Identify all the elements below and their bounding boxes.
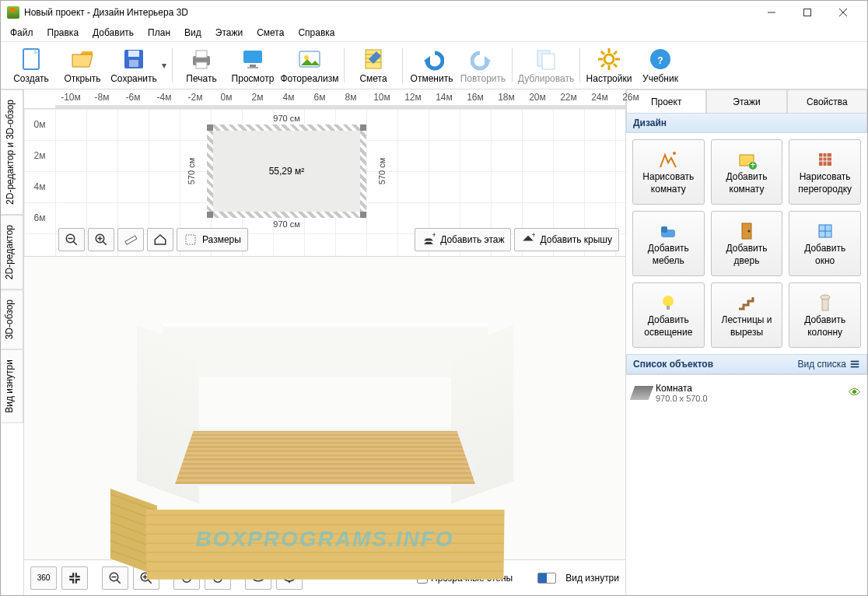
tb-preview[interactable]: Просмотр bbox=[227, 44, 278, 87]
ruler-tick: -10м bbox=[55, 92, 86, 103]
zoom-in-button[interactable] bbox=[88, 228, 114, 251]
sizes-button[interactable]: Размеры bbox=[177, 228, 248, 251]
svg-marker-59 bbox=[288, 580, 292, 584]
svg-line-31 bbox=[614, 64, 617, 67]
right-panel: Проект Этажи Свойства Дизайн Нарисоватьк… bbox=[626, 89, 867, 595]
rtab-props[interactable]: Свойства bbox=[787, 89, 867, 113]
measure-button[interactable] bbox=[117, 228, 144, 251]
design-section-header: Дизайн bbox=[626, 113, 867, 133]
visibility-icon[interactable]: 👁 bbox=[849, 386, 861, 400]
handle-tr[interactable] bbox=[360, 124, 366, 131]
svg-text:+: + bbox=[432, 233, 436, 239]
design-label1: Нарисовать bbox=[800, 172, 851, 183]
ruler-tick: 2м bbox=[242, 92, 273, 103]
tb-save[interactable]: Сохранить bbox=[108, 44, 159, 87]
view360-button[interactable]: 360 bbox=[30, 566, 57, 590]
add-roof-label: Добавить крышу bbox=[540, 234, 612, 245]
design-grid: Нарисоватькомнату+ДобавитькомнатуНарисов… bbox=[626, 133, 867, 354]
ruler-vtick: 4м bbox=[24, 171, 55, 202]
room-outline[interactable]: 55,29 м² 970 см 970 см 570 см 570 см bbox=[207, 124, 366, 218]
design-label1: Добавить bbox=[648, 244, 689, 254]
zoom-out-3d-button[interactable] bbox=[102, 566, 128, 590]
menu-floors[interactable]: Этажи bbox=[209, 26, 249, 40]
design-btn-8[interactable]: Добавитьколонну bbox=[789, 282, 861, 348]
ruler-area: -10м-8м-6м-4м-2м0м2м4м6м8м10м12м14м16м18… bbox=[24, 89, 625, 109]
tb-print[interactable]: Печать bbox=[176, 44, 227, 87]
vertical-tabs: 2D-редактор и 3D-обзор 2D-редактор 3D-об… bbox=[1, 89, 24, 595]
redo-icon bbox=[471, 47, 495, 72]
minimize-button[interactable] bbox=[754, 1, 789, 24]
design-icon-3 bbox=[657, 220, 679, 242]
design-btn-6[interactable]: Добавитьосвещение bbox=[632, 282, 705, 348]
design-btn-4[interactable]: Добавитьдверь bbox=[711, 211, 783, 276]
canvas-3d[interactable]: BOXPROGRAMS.INFO bbox=[24, 257, 625, 559]
svg-point-76 bbox=[663, 296, 674, 307]
design-icon-8 bbox=[814, 292, 836, 314]
view-mode-link[interactable]: Вид списка bbox=[798, 359, 860, 370]
menu-view[interactable]: Вид bbox=[178, 26, 208, 40]
add-floor-button[interactable]: + Добавить этаж bbox=[415, 228, 511, 251]
design-btn-0[interactable]: Нарисоватькомнату bbox=[632, 139, 705, 205]
ruler-horizontal: -10м-8м-6м-4м-2м0м2м4м6м8м10м12м14м16м18… bbox=[24, 89, 625, 105]
tb-undo[interactable]: Отменить bbox=[406, 44, 457, 87]
tb-open[interactable]: Открыть bbox=[57, 44, 108, 87]
pan-button[interactable] bbox=[61, 566, 88, 590]
svg-text:+: + bbox=[750, 160, 755, 170]
tb-create[interactable]: Создать bbox=[5, 44, 57, 87]
design-btn-2[interactable]: Нарисоватьперегородку bbox=[789, 139, 861, 205]
design-label2: мебель bbox=[653, 256, 684, 267]
vtab-2d[interactable]: 2D-редактор bbox=[1, 215, 23, 289]
handle-bl[interactable] bbox=[207, 212, 213, 218]
design-icon-1: + bbox=[736, 149, 758, 170]
menu-budget[interactable]: Смета bbox=[250, 26, 290, 40]
help-icon: ? bbox=[648, 47, 673, 72]
design-btn-1[interactable]: +Добавитькомнату bbox=[711, 139, 783, 205]
menu-plan[interactable]: План bbox=[142, 26, 177, 40]
ruler-tick: 26м bbox=[615, 92, 646, 103]
objects-section-header: Список объектов Вид списка bbox=[626, 354, 867, 374]
tb-settings[interactable]: Настройки bbox=[583, 44, 635, 87]
svg-rect-64 bbox=[819, 153, 831, 166]
window-title: Новый проект - Дизайн Интерьера 3D bbox=[24, 7, 188, 18]
close-button[interactable] bbox=[825, 1, 861, 24]
svg-rect-11 bbox=[196, 62, 207, 68]
vtab-2d3d[interactable]: 2D-редактор и 3D-обзор bbox=[1, 89, 23, 215]
handle-br[interactable] bbox=[360, 212, 366, 218]
print-icon bbox=[189, 47, 214, 72]
tb-create-label: Создать bbox=[13, 73, 49, 84]
design-icon-4 bbox=[736, 220, 758, 242]
tb-photoreal[interactable]: Фотореализм bbox=[278, 44, 341, 87]
menu-file[interactable]: Файл bbox=[4, 26, 40, 40]
menu-add[interactable]: Добавить bbox=[86, 26, 140, 40]
tb-tutorial[interactable]: ? Учебник bbox=[635, 44, 686, 87]
tb-save-dropdown[interactable]: ▾ bbox=[159, 60, 169, 71]
vtab-3d[interactable]: 3D-обзор bbox=[1, 289, 23, 349]
design-label1: Добавить bbox=[804, 244, 845, 254]
home-button[interactable] bbox=[147, 228, 173, 251]
design-btn-5[interactable]: Добавитьокно bbox=[789, 211, 861, 276]
tb-budget[interactable]: Смета bbox=[348, 44, 399, 87]
add-roof-button[interactable]: + Добавить крышу bbox=[514, 228, 619, 251]
rtab-floors[interactable]: Этажи bbox=[706, 89, 786, 113]
menu-help[interactable]: Справка bbox=[292, 26, 341, 40]
design-label2: перегородку bbox=[798, 184, 852, 195]
menu-edit[interactable]: Правка bbox=[41, 26, 86, 40]
canvas-2d[interactable]: 0м2м4м6м 55,29 м² 970 см 970 см 570 см 5… bbox=[24, 109, 625, 257]
tb-duplicate: Дублировать bbox=[516, 44, 576, 87]
maximize-button[interactable] bbox=[789, 1, 825, 24]
ruler-vtick: 6м bbox=[24, 202, 55, 233]
design-btn-3[interactable]: Добавитьмебель bbox=[632, 211, 705, 276]
zoom-out-button[interactable] bbox=[58, 228, 85, 251]
svg-rect-24 bbox=[542, 54, 555, 69]
svg-line-30 bbox=[601, 51, 604, 54]
object-row-room[interactable]: Комната 970.0 x 570.0 👁 bbox=[631, 380, 863, 406]
svg-line-33 bbox=[601, 64, 604, 67]
ruler-vtick: 2м bbox=[24, 140, 55, 171]
vtab-inside[interactable]: Вид изнутри bbox=[1, 349, 23, 423]
tb-open-label: Открыть bbox=[64, 73, 100, 84]
toolbar-2d: Размеры + Добавить этаж + Добавить крышу bbox=[58, 228, 619, 251]
svg-rect-8 bbox=[129, 60, 138, 67]
handle-tl[interactable] bbox=[207, 124, 213, 131]
design-btn-7[interactable]: Лестницы ивырезы bbox=[711, 282, 783, 348]
inside-view-toggle[interactable] bbox=[537, 573, 556, 584]
